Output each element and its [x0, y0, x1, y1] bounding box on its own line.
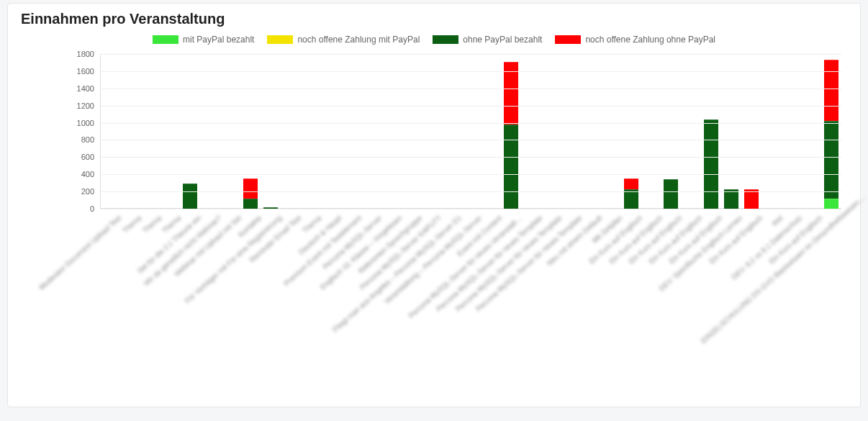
bar[interactable] — [804, 54, 818, 209]
legend-swatch — [267, 35, 293, 44]
x-tick-label: test — [770, 214, 784, 227]
bar[interactable] — [624, 54, 638, 209]
legend-label: noch offene Zahlung mit PayPal — [297, 35, 420, 45]
bar[interactable] — [263, 54, 278, 209]
y-tick-label: 1800 — [77, 50, 100, 58]
bar[interactable] — [464, 54, 478, 209]
bar[interactable] — [584, 54, 598, 209]
grid-line — [100, 191, 841, 192]
chart-title: Einnahmen pro Veranstaltung — [21, 11, 847, 27]
grid-line — [100, 157, 841, 158]
y-tick-label: 1400 — [77, 84, 100, 93]
x-tick-label: Moderator Document Upload Test — [37, 214, 122, 291]
bar[interactable] — [564, 54, 578, 209]
bar[interactable] — [604, 54, 618, 209]
bar-segment-s3 — [504, 125, 518, 209]
bar[interactable] — [223, 54, 238, 209]
bar-segment-s3 — [664, 179, 678, 209]
bar[interactable] — [283, 54, 297, 209]
y-tick-label: 600 — [81, 153, 100, 161]
chart: 020040060080010001200140016001800 Modera… — [21, 50, 847, 389]
bar[interactable] — [704, 54, 718, 209]
grid-line — [100, 209, 841, 209]
grid-line — [100, 54, 841, 55]
legend-label: ohne PayPal bezahlt — [463, 35, 542, 45]
bar-segment-s3 — [183, 184, 197, 209]
bar[interactable] — [644, 54, 659, 209]
grid-line — [100, 140, 841, 140]
bar-segment-s1 — [824, 199, 838, 209]
legend-item-paypal-paid[interactable]: mit PayPal bezahlt — [153, 35, 254, 45]
legend-swatch — [433, 35, 458, 44]
y-tick-label: 0 — [90, 204, 100, 213]
legend-item-paypal-open[interactable]: noch offene Zahlung mit PayPal — [267, 35, 420, 45]
bar-segment-s3 — [243, 199, 258, 209]
bars-layer — [100, 54, 841, 209]
bar-segment-s4 — [824, 60, 838, 121]
plot-area: 020040060080010001200140016001800 — [100, 54, 841, 209]
bar-segment-s3 — [704, 119, 718, 209]
bar[interactable] — [423, 54, 438, 209]
bar[interactable] — [123, 54, 137, 209]
bar[interactable] — [343, 54, 358, 209]
bar[interactable] — [143, 54, 158, 209]
bar[interactable] — [684, 54, 698, 209]
bar[interactable] — [744, 54, 759, 209]
bar[interactable] — [183, 54, 197, 209]
bar[interactable] — [203, 54, 217, 209]
y-tick-label: 1600 — [77, 67, 100, 76]
bar[interactable] — [724, 54, 738, 209]
legend-label: noch offene Zahlung ohne PayPal — [585, 35, 715, 45]
chart-legend: mit PayPal bezahlt noch offene Zahlung m… — [21, 35, 847, 45]
bar[interactable] — [303, 54, 317, 209]
bar[interactable] — [523, 54, 538, 209]
x-tick-label: Thema — [121, 214, 143, 235]
bar[interactable] — [443, 54, 458, 209]
bar[interactable] — [784, 54, 798, 209]
bar[interactable] — [103, 54, 117, 209]
bar[interactable] — [764, 54, 779, 209]
grid-line — [100, 71, 841, 72]
legend-label: mit PayPal bezahlt — [183, 35, 254, 45]
bar[interactable] — [543, 54, 558, 209]
bar[interactable] — [323, 54, 338, 209]
bar[interactable] — [664, 54, 678, 209]
bar[interactable] — [384, 54, 398, 209]
bar[interactable] — [163, 54, 177, 209]
bar[interactable] — [824, 54, 838, 209]
bar-segment-s3 — [824, 121, 838, 199]
bar[interactable] — [484, 54, 498, 209]
y-tick-label: 1200 — [77, 101, 100, 110]
bar[interactable] — [243, 54, 258, 209]
legend-item-nonpaypal-open[interactable]: noch offene Zahlung ohne PayPal — [555, 35, 715, 45]
legend-swatch — [555, 35, 581, 44]
x-tick-label: Thema — [140, 214, 162, 235]
legend-item-nonpaypal-paid[interactable]: ohne PayPal bezahlt — [433, 35, 542, 45]
legend-swatch — [153, 35, 178, 44]
y-tick-label: 400 — [81, 170, 100, 178]
grid-line — [100, 174, 841, 175]
y-tick-label: 800 — [81, 135, 100, 144]
y-tick-label: 1000 — [77, 119, 100, 127]
grid-line — [100, 123, 841, 124]
bar[interactable] — [363, 54, 378, 209]
revenue-per-event-card: Einnahmen pro Veranstaltung mit PayPal b… — [7, 3, 861, 407]
bar[interactable] — [504, 54, 518, 209]
grid-line — [100, 106, 841, 107]
bar-segment-s4 — [624, 178, 638, 189]
bar[interactable] — [403, 54, 417, 209]
grid-line — [100, 89, 841, 89]
y-tick-label: 200 — [81, 187, 100, 196]
x-axis-labels: Moderator Document Upload TestThemaThema… — [100, 212, 841, 399]
bar-segment-s4 — [243, 178, 258, 198]
